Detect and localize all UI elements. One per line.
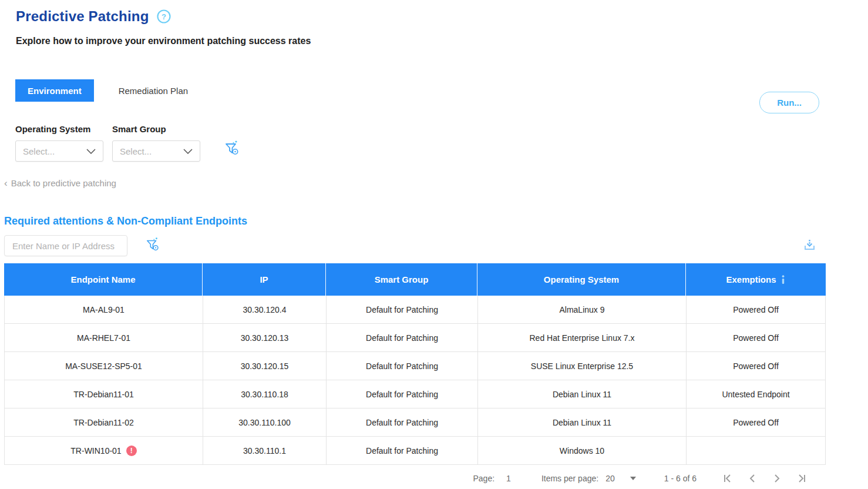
tab-environment[interactable]: Environment	[15, 79, 94, 102]
cell-smart-group: Default for Patching	[327, 408, 478, 437]
cell-endpoint-name: TR-WIN10-01!	[5, 437, 203, 465]
endpoints-table: Endpoint Name IP Smart Group Operating S…	[4, 263, 826, 489]
table-row[interactable]: TR-Debian11-0230.30.110.100Default for P…	[4, 408, 826, 437]
download-icon[interactable]	[803, 239, 816, 253]
table-row[interactable]: TR-Debian11-0130.30.110.18Default for Pa…	[4, 380, 826, 408]
smart-group-label: Smart Group	[112, 124, 200, 134]
cell-ip: 30.30.120.15	[203, 352, 327, 380]
svg-text:?: ?	[162, 12, 166, 21]
first-page-icon[interactable]	[722, 473, 733, 484]
table-row[interactable]: MA-SUSE12-SP5-0130.30.120.15Default for …	[4, 352, 826, 380]
pagination-nav	[722, 473, 807, 484]
cell-smart-group: Default for Patching	[327, 437, 478, 465]
run-button[interactable]: Run...	[759, 92, 819, 113]
cell-smart-group: Default for Patching	[327, 296, 478, 324]
table-row[interactable]: MA-RHEL7-0130.30.120.13Default for Patch…	[4, 324, 826, 352]
chevron-down-icon	[86, 146, 96, 156]
table-row[interactable]: TR-WIN10-01!30.30.110.1Default for Patch…	[4, 437, 826, 465]
tabs-bar: Environment Remediation Plan Run...	[0, 79, 868, 102]
select-placeholder: Select...	[120, 146, 152, 156]
cell-exemptions: Powered Off	[687, 296, 825, 324]
smart-group-filter: Smart Group Select...	[112, 124, 200, 162]
cell-operating-system: Red Hat Enterprise Linux 7.x	[478, 324, 687, 352]
alert-icon[interactable]: !	[126, 446, 137, 456]
cell-endpoint-name: MA-AL9-01	[5, 296, 203, 324]
column-header-operating-system[interactable]: Operating System	[477, 263, 686, 296]
cell-endpoint-name: TR-Debian11-01	[5, 380, 203, 408]
cell-ip: 30.30.110.100	[203, 408, 327, 437]
items-per-page-value[interactable]: 20	[605, 474, 615, 483]
table-body: MA-AL9-0130.30.120.4Default for Patching…	[4, 296, 826, 465]
cell-exemptions: Untested Endpoint	[687, 380, 825, 408]
tab-remediation-plan[interactable]: Remediation Plan	[107, 79, 200, 102]
cell-endpoint-name: MA-RHEL7-01	[5, 324, 203, 352]
section-heading: Required attentions & Non-Compliant Endp…	[0, 215, 868, 227]
cell-exemptions	[687, 437, 825, 465]
cell-operating-system: Debian Linux 11	[478, 380, 687, 408]
column-header-endpoint-name[interactable]: Endpoint Name	[4, 263, 203, 296]
filters-row: Operating System Select... Smart Group S…	[0, 124, 868, 162]
cell-exemptions: Powered Off	[687, 324, 825, 352]
last-page-icon[interactable]	[796, 473, 807, 484]
predictive-patching-page: Predictive Patching ? Explore how to imp…	[0, 0, 868, 489]
search-input[interactable]	[4, 235, 127, 256]
table-row[interactable]: MA-AL9-0130.30.120.4Default for Patching…	[4, 296, 826, 324]
smart-filter-funnel-icon[interactable]	[146, 237, 160, 254]
cell-operating-system: Windows 10	[478, 437, 687, 465]
cell-smart-group: Default for Patching	[327, 352, 478, 380]
column-header-exemptions[interactable]: Exemptions	[686, 263, 826, 296]
info-icon[interactable]	[780, 275, 786, 284]
cell-ip: 30.30.120.4	[203, 296, 327, 324]
items-per-page-label: Items per page:	[541, 474, 598, 483]
back-link-label: Back to predictive patching	[11, 178, 116, 188]
page-subtitle: Explore how to improve your environment …	[16, 36, 868, 46]
cell-ip: 30.30.110.18	[203, 380, 327, 408]
next-page-icon[interactable]	[772, 473, 782, 484]
select-placeholder: Select...	[23, 146, 55, 156]
cell-endpoint-name: TR-Debian11-02	[5, 408, 203, 437]
page-header: Predictive Patching ? Explore how to imp…	[0, 0, 868, 46]
cell-endpoint-name: MA-SUSE12-SP5-01	[5, 352, 203, 380]
cell-exemptions: Powered Off	[687, 352, 825, 380]
chevron-down-icon	[183, 146, 193, 156]
search-row	[0, 235, 868, 256]
operating-system-select[interactable]: Select...	[15, 140, 103, 162]
table-pagination: Page: 1 Items per page: 20 1 - 6 of 6	[4, 465, 826, 489]
cell-smart-group: Default for Patching	[327, 380, 478, 408]
cell-operating-system: Debian Linux 11	[478, 408, 687, 437]
page-title: Predictive Patching	[16, 8, 149, 25]
cell-operating-system: SUSE Linux Enterprise 12.5	[478, 352, 687, 380]
operating-system-filter: Operating System Select...	[15, 124, 103, 162]
operating-system-label: Operating System	[15, 124, 103, 134]
cell-exemptions: Powered Off	[687, 408, 825, 437]
smart-group-select[interactable]: Select...	[112, 140, 200, 162]
column-header-ip[interactable]: IP	[203, 263, 326, 296]
cell-operating-system: AlmaLinux 9	[478, 296, 687, 324]
smart-filter-funnel-icon[interactable]	[224, 140, 240, 159]
cell-ip: 30.30.120.13	[203, 324, 327, 352]
page-label: Page:	[473, 474, 494, 483]
chevron-left-icon: ‹	[4, 178, 8, 188]
table-header: Endpoint Name IP Smart Group Operating S…	[4, 263, 826, 296]
cell-smart-group: Default for Patching	[327, 324, 478, 352]
previous-page-icon[interactable]	[747, 473, 758, 484]
items-per-page-dropdown-icon[interactable]	[630, 477, 636, 480]
page-number-input[interactable]: 1	[506, 474, 511, 483]
pagination-range: 1 - 6 of 6	[664, 474, 697, 483]
cell-ip: 30.30.110.1	[203, 437, 327, 465]
column-header-smart-group[interactable]: Smart Group	[326, 263, 477, 296]
help-icon[interactable]: ?	[156, 9, 171, 24]
back-link[interactable]: ‹ Back to predictive patching	[0, 178, 116, 188]
